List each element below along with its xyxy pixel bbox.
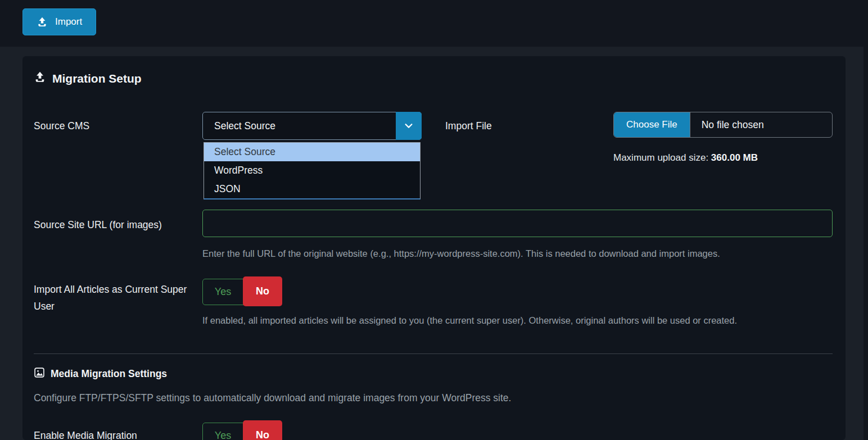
media-migration-subtitle: Configure FTP/FTPS/SFTP settings to auto… <box>34 389 833 406</box>
section-divider <box>34 353 833 354</box>
toggle-yes-button[interactable]: Yes <box>203 286 243 298</box>
max-upload-value: 360.00 MB <box>711 152 758 163</box>
media-migration-title-text: Media Migration Settings <box>51 368 167 380</box>
toggle-no-button[interactable]: No <box>243 276 282 306</box>
enable-media-migration-toggle: Yes No <box>202 423 281 440</box>
row-enable-media-migration: Enable Media Migration Yes No Enable med… <box>34 423 833 440</box>
dropdown-option-select-source[interactable]: Select Source <box>204 143 420 161</box>
import-file-column: Choose File No file chosen Maximum uploa… <box>613 112 833 164</box>
dropdown-option-json[interactable]: JSON <box>204 180 420 198</box>
panel-title-text: Migration Setup <box>52 72 142 85</box>
upload-icon <box>37 16 48 28</box>
max-upload-prefix: Maximum upload size: <box>613 152 711 163</box>
row-source-site-url: Source Site URL (for images) Enter the f… <box>34 210 833 262</box>
toggle-no-button[interactable]: No <box>243 420 282 440</box>
media-migration-title: Media Migration Settings <box>34 367 833 381</box>
upload-icon <box>34 71 46 86</box>
import-file-label: Import File <box>445 112 613 164</box>
row-import-as-super-user: Import All Articles as Current Super Use… <box>34 279 833 329</box>
import-as-super-user-toggle: Yes No <box>202 279 281 305</box>
scrollbar[interactable] <box>864 0 868 440</box>
source-cms-select[interactable]: Select Source <box>202 112 422 140</box>
enable-media-migration-label: Enable Media Migration <box>34 423 202 440</box>
top-toolbar: Import <box>0 0 868 47</box>
source-site-url-column: Enter the full URL of the original websi… <box>202 210 833 262</box>
chevron-down-icon[interactable] <box>396 112 422 140</box>
page-body: Migration Setup Source CMS Select Source… <box>0 47 868 440</box>
import-as-super-user-label: Import All Articles as Current Super Use… <box>34 279 202 329</box>
file-status-text: No file chosen <box>690 119 764 131</box>
source-site-url-help: Enter the full URL of the original websi… <box>202 245 833 262</box>
source-site-url-label: Source Site URL (for images) <box>34 210 202 262</box>
source-cms-select-wrap: Select Source Select Source WordPress JS… <box>202 112 422 164</box>
import-button[interactable]: Import <box>22 8 96 35</box>
source-cms-selected-value: Select Source <box>214 120 275 132</box>
max-upload-size: Maximum upload size: 360.00 MB <box>613 152 833 164</box>
import-button-label: Import <box>55 16 82 28</box>
panel-title: Migration Setup <box>34 56 833 86</box>
enable-media-migration-column: Yes No Enable media migration from WordP… <box>202 423 833 440</box>
choose-file-button[interactable]: Choose File <box>614 112 690 137</box>
import-as-super-user-column: Yes No If enabled, all imported articles… <box>202 279 833 329</box>
image-icon <box>34 367 45 381</box>
row-source-cms: Source CMS Select Source Select Source W… <box>34 112 833 164</box>
migration-setup-panel: Migration Setup Source CMS Select Source… <box>22 56 846 440</box>
source-site-url-input[interactable] <box>202 210 833 237</box>
dropdown-option-wordpress[interactable]: WordPress <box>204 161 420 180</box>
source-cms-label: Source CMS <box>34 112 202 164</box>
import-file-input[interactable]: Choose File No file chosen <box>613 112 833 138</box>
toggle-yes-button[interactable]: Yes <box>203 430 243 440</box>
import-as-super-user-help: If enabled, all imported articles will b… <box>202 312 833 329</box>
source-cms-dropdown: Select Source WordPress JSON <box>204 142 421 199</box>
